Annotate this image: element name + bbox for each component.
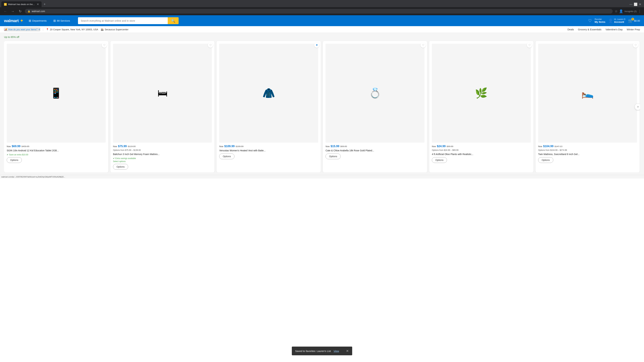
price-row-p4: Now $15.99 $69.00 xyxy=(326,145,424,148)
main-nav: walmart ✦ ⊞ Departments ⊞ 88 Services 🔍 xyxy=(0,15,644,26)
departments-grid-icon: ⊞ xyxy=(29,19,31,23)
extra-savings-icon-p2: ✔ xyxy=(113,157,115,160)
favorite-button-p1[interactable]: ♡ xyxy=(102,42,107,48)
favorite-button-p2[interactable]: ♡ xyxy=(208,42,213,48)
walmart-text: walmart xyxy=(4,18,18,23)
window-maximize-button[interactable]: ⬜ xyxy=(634,2,638,6)
spark-icon: ✦ xyxy=(20,18,23,23)
status-bar: walmart.com/ip/.../1597062494?athAsset=e… xyxy=(0,175,644,178)
window-controls: — ⬜ ✕ xyxy=(628,2,643,6)
walmart-header: walmart ✦ ⊞ Departments ⊞ 88 Services 🔍 xyxy=(0,15,644,26)
tab-close-button[interactable]: ✕ xyxy=(37,3,39,6)
vest-emoji: 🧥 xyxy=(262,87,275,99)
options-button-p4[interactable]: Options xyxy=(326,153,340,159)
search-bar: 🔍 xyxy=(78,17,178,24)
winter-link[interactable]: Winter Prep xyxy=(627,28,640,31)
price-p1: $69.99 xyxy=(12,145,20,148)
window-minimize-button[interactable]: — xyxy=(630,2,632,6)
options-button-p3[interactable]: Options xyxy=(219,153,234,159)
options-range-p2: Options from $75.99 – $139.00 xyxy=(113,149,212,151)
options-button-p1[interactable]: Options xyxy=(7,157,22,163)
title-p6: Twin Mattress, Ssecretland 8 inch Gel... xyxy=(538,153,637,156)
incognito-label[interactable]: Incognito (2) xyxy=(624,9,636,13)
options-range-p5: Options from $24.99 – $69.99 xyxy=(432,149,531,151)
product-image-necklace: 💍 xyxy=(326,44,424,143)
product-image-vest: 🧥 xyxy=(219,44,318,143)
price-row-p1: Now $69.99 $459.95 xyxy=(7,145,106,148)
new-tab-button[interactable]: + xyxy=(42,2,47,7)
search-input[interactable] xyxy=(78,17,168,24)
price-row-p5: Now $24.99 $69.99 xyxy=(432,145,531,148)
location-info[interactable]: 📍 20 Cooper Square, New York, NY 10003, … xyxy=(46,28,98,31)
services-button[interactable]: ⊞ 88 Services xyxy=(52,18,71,24)
favorites-button[interactable]: ♡ xyxy=(588,18,592,23)
reorder-label: Reorder xyxy=(594,18,605,20)
was-price-p6: $147.13 xyxy=(554,145,562,148)
price-p4: $15.99 xyxy=(330,145,339,148)
grocery-link[interactable]: Grocery & Essentials xyxy=(578,28,602,31)
price-p3: $109.99 xyxy=(224,145,234,148)
account-label: Account xyxy=(614,20,626,23)
store-text: Secaucus Supercenter xyxy=(105,28,128,31)
tab-favicon: 🛍 xyxy=(4,3,7,6)
store-info[interactable]: 🏬 Secaucus Supercenter xyxy=(101,28,128,31)
search-button[interactable]: 🔍 xyxy=(168,17,178,24)
mattress2-emoji: 🛌 xyxy=(581,87,594,99)
title-p3: Venustas Women's Heated Vest with Batte.… xyxy=(219,149,318,152)
account-button[interactable]: 👤 Hi, Lauren D Account xyxy=(608,18,626,23)
favorite-button-p4[interactable]: ♡ xyxy=(420,42,426,48)
window-close-button[interactable]: ✕ xyxy=(639,2,641,6)
cart-button[interactable]: 🛒 0 $0.00 xyxy=(628,18,640,23)
favorite-button-p6[interactable]: ♡ xyxy=(633,42,638,48)
product-grid: ♡ 📱 Now $69.99 $459.95 SGIN 10in Android… xyxy=(4,41,640,172)
dropdown-chevron-icon: ▾ xyxy=(38,28,40,31)
status-url: walmart.com/ip/.../1597062494?athAsset=e… xyxy=(1,176,65,178)
walmart-logo[interactable]: walmart ✦ xyxy=(4,18,23,23)
store-icon: 🏬 xyxy=(101,28,104,31)
my-items-label: My Items xyxy=(594,20,605,23)
heart-icon: ♡ xyxy=(588,18,592,23)
address-bar[interactable]: 🔒 xyxy=(25,9,613,13)
carousel-next-button[interactable]: › xyxy=(634,103,640,110)
more-menu-icon[interactable]: ⋮ xyxy=(638,9,641,13)
deals-link[interactable]: Deals xyxy=(568,28,574,31)
location-pin-icon: 📍 xyxy=(46,28,49,31)
product-card-vest: ♥ 🧥 Now $109.99 $199.99 Venustas Women's… xyxy=(216,41,321,172)
back-button[interactable]: ← xyxy=(3,8,8,14)
options-button-p2[interactable]: Options xyxy=(113,164,128,170)
product-image-mattress2: 🛌 xyxy=(538,44,637,143)
options-button-p5[interactable]: Options xyxy=(432,157,447,163)
browser-toolbar: ← → ↻ 🔒 ☆ 👤 Incognito (2) ⋮ xyxy=(0,7,644,15)
price-label-p6: Now xyxy=(538,145,542,148)
options-button-p6[interactable]: Options xyxy=(538,157,553,163)
cart-icon: 🛒 0 xyxy=(628,18,633,23)
product-image-plant: 🌿 xyxy=(432,44,531,143)
price-row-p6: Now $104.99 $147.13 xyxy=(538,145,637,148)
account-icon: 👤 xyxy=(608,18,613,23)
plant-emoji: 🌿 xyxy=(475,87,488,99)
valentine-link[interactable]: Valentine's Day xyxy=(606,28,623,31)
bookmark-icon[interactable]: ☆ xyxy=(615,9,618,13)
extra-savings-p2: ✔ Extra savings available xyxy=(113,157,212,160)
delivery-options-button[interactable]: 🚚 How do you want your items? ▾ xyxy=(4,28,40,31)
price-row-p3: Now $109.99 $199.99 xyxy=(219,145,318,148)
price-label-p2: Now xyxy=(113,145,117,148)
extra-savings-sub-p2: Select options xyxy=(113,160,212,163)
profile-icon[interactable]: 👤 xyxy=(619,9,623,13)
title-p2: Balichun 3 Inch Gel Memory Foam Mattres.… xyxy=(113,153,212,156)
price-p5: $24.99 xyxy=(437,145,446,148)
reload-button[interactable]: ↻ xyxy=(18,8,23,14)
favorite-button-p3[interactable]: ♥ xyxy=(314,42,320,48)
departments-button[interactable]: ⊞ Departments xyxy=(27,18,48,24)
browser-chrome: 🛍 Walmart has deals on the mo... ✕ + — ⬜… xyxy=(0,0,644,15)
title-p5: 4 ft Artificial Olive Plants with Realis… xyxy=(432,153,531,156)
product-card-mattress2: ♡ 🛌 Now $104.99 $147.13 Options from $10… xyxy=(536,41,640,172)
main-content: Up to 65% off ♡ 📱 Now $69.99 $459.95 SGI… xyxy=(0,33,644,175)
active-tab[interactable]: 🛍 Walmart has deals on the mo... ✕ xyxy=(1,1,42,7)
favorite-button-p5[interactable]: ♡ xyxy=(527,42,532,48)
title-p4: Cate & Chloe Arabella 18k Rose Gold Plat… xyxy=(326,149,424,152)
was-price-p4: $69.00 xyxy=(340,145,347,148)
reorder-button[interactable]: Reorder My Items xyxy=(594,18,605,23)
forward-button[interactable]: → xyxy=(10,8,16,14)
url-input[interactable] xyxy=(32,10,610,12)
